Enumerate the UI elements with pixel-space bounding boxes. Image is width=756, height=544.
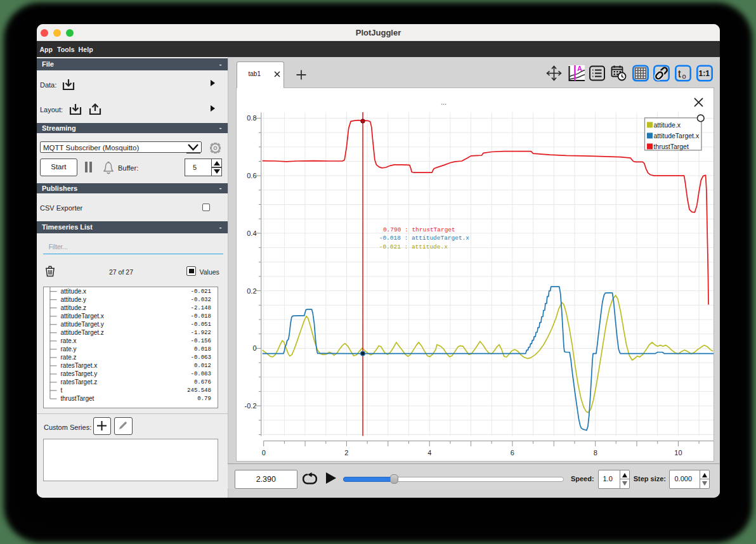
- svg-text:2: 2: [344, 448, 348, 456]
- svg-text:-0.021 : attitude.x: -0.021 : attitude.x: [379, 243, 447, 250]
- svg-text:0.8: 0.8: [247, 114, 256, 122]
- svg-text:10: 10: [674, 448, 682, 456]
- svg-text:t: t: [678, 68, 681, 80]
- svg-text:...: ...: [441, 98, 446, 106]
- svg-text:attitude.x: attitude.x: [653, 121, 681, 128]
- svg-text:A: A: [577, 65, 582, 72]
- svg-text:0.2: 0.2: [247, 287, 256, 294]
- svg-text:1:1: 1:1: [699, 69, 710, 78]
- svg-text:-0.018 : attitudeTarget.x: -0.018 : attitudeTarget.x: [379, 235, 469, 242]
- svg-text:0: 0: [261, 448, 265, 456]
- svg-text:0.4: 0.4: [247, 229, 256, 236]
- svg-text:6: 6: [511, 448, 514, 456]
- svg-text:4: 4: [427, 448, 431, 456]
- svg-text:0.6: 0.6: [247, 172, 256, 179]
- svg-text:0.790 : thrustTarget: 0.790 : thrustTarget: [383, 226, 455, 233]
- svg-text:-0.2: -0.2: [244, 402, 256, 410]
- svg-text:o: o: [682, 72, 686, 80]
- svg-text:thrustTarget: thrustTarget: [653, 143, 688, 150]
- svg-text:attitudeTarget.x: attitudeTarget.x: [653, 132, 699, 139]
- svg-text:0: 0: [252, 344, 256, 352]
- svg-text:8: 8: [593, 448, 597, 456]
